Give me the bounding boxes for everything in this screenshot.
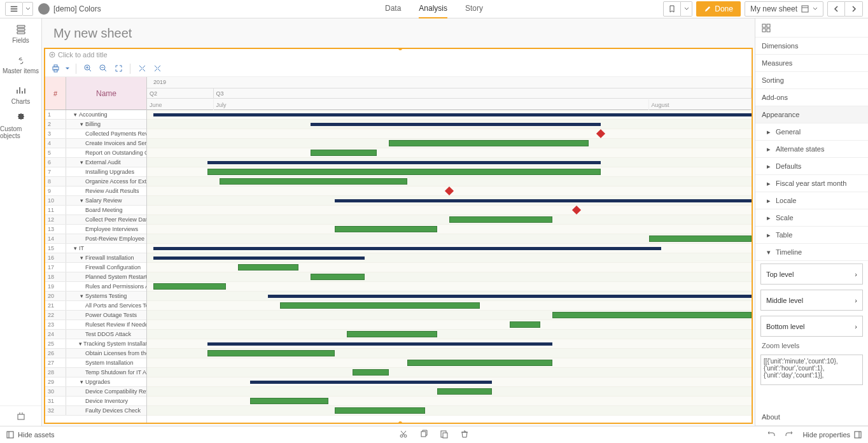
gantt-row[interactable]: 3Collected Payments Review — [45, 129, 146, 139]
tab-story[interactable]: Story — [465, 0, 483, 18]
task-bar[interactable] — [347, 331, 438, 337]
expand-button[interactable] — [136, 63, 148, 74]
zoom-in-button[interactable] — [81, 63, 94, 74]
tree-caret-icon[interactable]: ▾ — [73, 112, 78, 117]
gantt-row[interactable]: 30Device Compatibility Revie — [45, 387, 146, 397]
assets-collapse[interactable] — [0, 405, 41, 426]
gantt-row[interactable]: 4Create Invoices and Send Bi — [45, 139, 146, 148]
gantt-row[interactable]: 18Planned System Restart — [45, 272, 146, 282]
task-bar[interactable] — [407, 360, 552, 366]
gantt-chart-container[interactable]: Click to add title # Name — [44, 48, 753, 424]
gantt-row[interactable]: 5Report on Outstanding Col — [45, 148, 146, 158]
tree-caret-icon[interactable]: ▾ — [73, 246, 78, 251]
section-measures[interactable]: Measures — [755, 55, 868, 72]
task-bar[interactable] — [220, 178, 407, 185]
milestone-marker[interactable] — [445, 186, 454, 195]
gantt-row[interactable]: 29▾Upgrades — [45, 377, 146, 387]
left-tab-fields[interactable]: Fields — [0, 18, 41, 49]
gantt-row[interactable]: 15▾IT — [45, 244, 146, 253]
section-about[interactable]: About — [755, 409, 868, 426]
menu-dropdown[interactable] — [23, 2, 33, 16]
task-bar[interactable] — [207, 169, 601, 175]
gantt-row[interactable]: 20▾Systems Testing — [45, 292, 146, 301]
milestone-marker[interactable] — [571, 206, 580, 214]
gantt-row[interactable]: 9Review Audit Results — [45, 186, 146, 196]
task-bar[interactable] — [335, 407, 426, 414]
group-bar[interactable] — [250, 381, 492, 384]
item-alternate-states[interactable]: ▸Alternate states — [755, 141, 868, 158]
group-bar[interactable] — [268, 295, 752, 298]
tab-analysis[interactable]: Analysis — [419, 0, 447, 18]
section-dimensions[interactable]: Dimensions — [755, 38, 868, 55]
fit-button[interactable] — [112, 63, 125, 74]
task-bar[interactable] — [238, 264, 298, 271]
gantt-row[interactable]: 7Installing Upgrades — [45, 167, 146, 177]
item-locale[interactable]: ▸Locale — [755, 192, 868, 209]
prev-sheet-button[interactable] — [827, 1, 845, 17]
gantt-row[interactable]: 16▾Firewall Installation — [45, 253, 146, 263]
left-tab-custom[interactable]: Custom objects — [0, 110, 41, 141]
gantt-row[interactable]: 24Test DDOS Attack — [45, 330, 146, 339]
zoom-levels-input[interactable] — [760, 355, 863, 385]
gantt-row[interactable]: 6▾External Audit — [45, 158, 146, 167]
bookmark-dropdown[interactable] — [681, 1, 692, 17]
gantt-row[interactable]: 2▾Billing — [45, 120, 146, 129]
gantt-row[interactable]: 21All Ports and Services Test — [45, 301, 146, 311]
menu-button[interactable] — [5, 2, 23, 16]
redo-button[interactable] — [785, 430, 794, 440]
group-bar[interactable] — [207, 342, 552, 346]
gantt-row[interactable]: 1▾Accounting — [45, 110, 146, 120]
bookmark-button[interactable] — [663, 1, 681, 17]
group-bar[interactable] — [153, 257, 365, 260]
zoom-out-button[interactable] — [97, 63, 109, 74]
item-timeline[interactable]: ▾Timeline — [755, 244, 868, 261]
task-bar[interactable] — [250, 398, 329, 404]
subitem-top-level[interactable]: Top level› — [760, 264, 863, 285]
group-bar[interactable] — [311, 123, 601, 126]
tree-caret-icon[interactable]: ▾ — [79, 160, 84, 165]
tree-caret-icon[interactable]: ▾ — [79, 341, 82, 346]
subitem-bottom-level[interactable]: Bottom level› — [760, 316, 863, 337]
undo-button[interactable] — [767, 430, 776, 440]
group-bar[interactable] — [153, 247, 661, 250]
item-defaults[interactable]: ▸Defaults — [755, 158, 868, 175]
section-sorting[interactable]: Sorting — [755, 72, 868, 89]
task-bar[interactable] — [311, 274, 365, 280]
gantt-row[interactable]: 22Power Outage Tests — [45, 311, 146, 320]
gantt-row[interactable]: 23Ruleset Review If Needed — [45, 320, 146, 330]
gantt-row[interactable]: 19Rules and Permissions Auc — [45, 282, 146, 292]
done-button[interactable]: Done — [696, 1, 741, 17]
hide-properties-button[interactable]: Hide properties — [802, 431, 862, 439]
item-scale[interactable]: ▸Scale — [755, 209, 868, 227]
tree-caret-icon[interactable]: ▾ — [79, 379, 84, 384]
sheet-selector[interactable]: My new sheet — [745, 1, 823, 17]
hide-assets-button[interactable]: Hide assets — [6, 431, 54, 439]
task-bar[interactable] — [280, 302, 480, 309]
tree-caret-icon[interactable]: ▾ — [79, 293, 84, 299]
task-bar[interactable] — [153, 283, 226, 290]
gantt-row[interactable]: 8Organize Access for Extern — [45, 177, 146, 186]
tree-caret-icon[interactable]: ▾ — [79, 255, 84, 260]
section-addons[interactable]: Add-ons — [755, 89, 868, 106]
tab-data[interactable]: Data — [385, 0, 401, 18]
next-sheet-button[interactable] — [845, 1, 863, 17]
task-bar[interactable] — [510, 321, 540, 328]
task-bar[interactable] — [552, 312, 752, 318]
task-bar[interactable] — [353, 369, 389, 376]
left-tab-charts[interactable]: Charts — [0, 80, 41, 110]
task-bar[interactable] — [649, 236, 752, 242]
gantt-row[interactable]: 25▾Tracking System Installation — [45, 339, 146, 349]
print-dropdown[interactable] — [64, 67, 71, 71]
col-name-header[interactable]: Name — [66, 77, 146, 109]
gantt-row[interactable]: 17Firewall Configuration — [45, 263, 146, 272]
group-bar[interactable] — [335, 199, 752, 202]
sheet-title[interactable]: My new sheet — [42, 18, 755, 46]
col-number-header[interactable]: # — [45, 77, 66, 109]
tree-caret-icon[interactable]: ▾ — [79, 198, 84, 203]
item-table[interactable]: ▸Table — [755, 227, 868, 244]
gantt-row[interactable]: 28Temp Shutdown for IT Aud — [45, 368, 146, 377]
group-bar[interactable] — [207, 161, 601, 164]
task-bar[interactable] — [335, 226, 438, 232]
paste-button[interactable] — [440, 430, 449, 440]
item-fiscal-year[interactable]: ▸Fiscal year start month — [755, 175, 868, 192]
